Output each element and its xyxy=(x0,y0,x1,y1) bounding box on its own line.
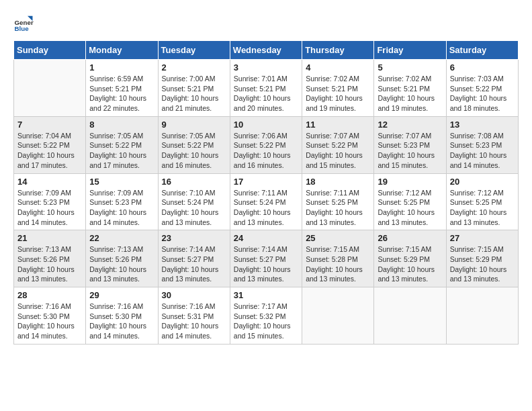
calendar-cell: 9Sunrise: 7:05 AM Sunset: 5:22 PM Daylig… xyxy=(158,116,230,173)
calendar-cell: 7Sunrise: 7:04 AM Sunset: 5:22 PM Daylig… xyxy=(14,116,86,173)
weekday-header-saturday: Saturday xyxy=(446,41,518,60)
day-info: Sunrise: 7:04 AM Sunset: 5:22 PM Dayligh… xyxy=(17,131,82,171)
day-number: 10 xyxy=(234,120,298,130)
calendar-cell: 2Sunrise: 7:00 AM Sunset: 5:21 PM Daylig… xyxy=(158,60,230,117)
weekday-header-tuesday: Tuesday xyxy=(158,41,230,60)
day-number: 8 xyxy=(89,120,154,130)
day-info: Sunrise: 7:12 AM Sunset: 5:25 PM Dayligh… xyxy=(450,188,515,228)
day-info: Sunrise: 7:06 AM Sunset: 5:22 PM Dayligh… xyxy=(234,131,298,171)
calendar-cell xyxy=(374,287,446,345)
day-number: 24 xyxy=(234,233,298,243)
calendar-cell: 22Sunrise: 7:13 AM Sunset: 5:26 PM Dayli… xyxy=(86,230,158,287)
calendar-cell: 8Sunrise: 7:05 AM Sunset: 5:22 PM Daylig… xyxy=(86,116,158,173)
day-number: 31 xyxy=(234,290,298,300)
calendar-cell: 23Sunrise: 7:14 AM Sunset: 5:27 PM Dayli… xyxy=(158,230,230,287)
calendar-cell: 25Sunrise: 7:15 AM Sunset: 5:28 PM Dayli… xyxy=(302,230,374,287)
day-info: Sunrise: 7:16 AM Sunset: 5:30 PM Dayligh… xyxy=(17,302,82,341)
day-number: 29 xyxy=(89,290,154,300)
day-number: 3 xyxy=(234,62,298,73)
week-row-1: 1Sunrise: 6:59 AM Sunset: 5:21 PM Daylig… xyxy=(14,60,519,117)
day-info: Sunrise: 7:01 AM Sunset: 5:21 PM Dayligh… xyxy=(234,74,298,113)
day-number: 19 xyxy=(378,177,442,187)
weekday-header-row: SundayMondayTuesdayWednesdayThursdayFrid… xyxy=(14,41,519,60)
day-info: Sunrise: 7:11 AM Sunset: 5:25 PM Dayligh… xyxy=(306,188,370,228)
day-info: Sunrise: 7:05 AM Sunset: 5:22 PM Dayligh… xyxy=(89,131,154,171)
calendar-cell: 4Sunrise: 7:02 AM Sunset: 5:21 PM Daylig… xyxy=(302,60,374,117)
day-number: 17 xyxy=(234,177,298,187)
day-number: 2 xyxy=(162,62,226,73)
day-number: 21 xyxy=(17,233,82,243)
day-info: Sunrise: 7:09 AM Sunset: 5:23 PM Dayligh… xyxy=(89,188,154,228)
day-number: 20 xyxy=(450,177,515,187)
calendar-cell: 28Sunrise: 7:16 AM Sunset: 5:30 PM Dayli… xyxy=(14,287,86,345)
weekday-header-friday: Friday xyxy=(374,41,446,60)
day-number: 7 xyxy=(17,120,82,130)
day-info: Sunrise: 7:16 AM Sunset: 5:31 PM Dayligh… xyxy=(162,302,226,341)
day-number: 27 xyxy=(450,233,515,243)
day-info: Sunrise: 7:10 AM Sunset: 5:24 PM Dayligh… xyxy=(162,188,226,228)
logo-icon: General Blue xyxy=(13,13,34,34)
day-number: 13 xyxy=(450,120,515,130)
calendar-cell: 18Sunrise: 7:11 AM Sunset: 5:25 PM Dayli… xyxy=(302,173,374,230)
day-info: Sunrise: 7:07 AM Sunset: 5:23 PM Dayligh… xyxy=(378,131,442,171)
calendar-cell: 13Sunrise: 7:08 AM Sunset: 5:23 PM Dayli… xyxy=(446,116,518,173)
day-info: Sunrise: 7:11 AM Sunset: 5:24 PM Dayligh… xyxy=(234,188,298,228)
calendar-cell: 21Sunrise: 7:13 AM Sunset: 5:26 PM Dayli… xyxy=(14,230,86,287)
week-row-3: 14Sunrise: 7:09 AM Sunset: 5:23 PM Dayli… xyxy=(14,173,519,230)
day-info: Sunrise: 7:13 AM Sunset: 5:26 PM Dayligh… xyxy=(89,244,154,284)
day-info: Sunrise: 7:15 AM Sunset: 5:29 PM Dayligh… xyxy=(450,244,515,284)
day-number: 16 xyxy=(162,177,226,187)
calendar-cell: 31Sunrise: 7:17 AM Sunset: 5:32 PM Dayli… xyxy=(230,287,302,345)
day-number: 26 xyxy=(378,233,442,243)
day-number: 28 xyxy=(17,290,82,300)
day-info: Sunrise: 7:02 AM Sunset: 5:21 PM Dayligh… xyxy=(306,74,370,113)
logo: General Blue xyxy=(13,13,35,34)
calendar-table: SundayMondayTuesdayWednesdayThursdayFrid… xyxy=(13,40,519,345)
day-number: 9 xyxy=(162,120,226,130)
day-number: 6 xyxy=(450,62,515,73)
day-number: 18 xyxy=(306,177,370,187)
day-info: Sunrise: 7:17 AM Sunset: 5:32 PM Dayligh… xyxy=(234,302,298,341)
day-info: Sunrise: 7:02 AM Sunset: 5:21 PM Dayligh… xyxy=(378,74,442,113)
day-number: 15 xyxy=(89,177,154,187)
calendar-cell: 19Sunrise: 7:12 AM Sunset: 5:25 PM Dayli… xyxy=(374,173,446,230)
calendar-cell: 29Sunrise: 7:16 AM Sunset: 5:30 PM Dayli… xyxy=(86,287,158,345)
day-info: Sunrise: 7:13 AM Sunset: 5:26 PM Dayligh… xyxy=(17,244,82,284)
day-info: Sunrise: 7:00 AM Sunset: 5:21 PM Dayligh… xyxy=(162,74,226,113)
calendar-cell: 16Sunrise: 7:10 AM Sunset: 5:24 PM Dayli… xyxy=(158,173,230,230)
week-row-2: 7Sunrise: 7:04 AM Sunset: 5:22 PM Daylig… xyxy=(14,116,519,173)
day-info: Sunrise: 7:14 AM Sunset: 5:27 PM Dayligh… xyxy=(234,244,298,284)
day-info: Sunrise: 7:15 AM Sunset: 5:28 PM Dayligh… xyxy=(306,244,370,284)
day-number: 12 xyxy=(378,120,442,130)
svg-text:Blue: Blue xyxy=(15,25,30,32)
calendar-cell: 11Sunrise: 7:07 AM Sunset: 5:22 PM Dayli… xyxy=(302,116,374,173)
day-info: Sunrise: 7:15 AM Sunset: 5:29 PM Dayligh… xyxy=(378,244,442,284)
calendar-cell: 14Sunrise: 7:09 AM Sunset: 5:23 PM Dayli… xyxy=(14,173,86,230)
week-row-4: 21Sunrise: 7:13 AM Sunset: 5:26 PM Dayli… xyxy=(14,230,519,287)
day-info: Sunrise: 7:08 AM Sunset: 5:23 PM Dayligh… xyxy=(450,131,515,171)
day-info: Sunrise: 7:09 AM Sunset: 5:23 PM Dayligh… xyxy=(17,188,82,228)
day-number: 22 xyxy=(89,233,154,243)
day-number: 11 xyxy=(306,120,370,130)
calendar-cell: 10Sunrise: 7:06 AM Sunset: 5:22 PM Dayli… xyxy=(230,116,302,173)
calendar-cell: 3Sunrise: 7:01 AM Sunset: 5:21 PM Daylig… xyxy=(230,60,302,117)
weekday-header-monday: Monday xyxy=(86,41,158,60)
calendar-cell: 1Sunrise: 6:59 AM Sunset: 5:21 PM Daylig… xyxy=(86,60,158,117)
page-header: General Blue xyxy=(13,13,519,34)
calendar-cell xyxy=(302,287,374,345)
calendar-cell: 27Sunrise: 7:15 AM Sunset: 5:29 PM Dayli… xyxy=(446,230,518,287)
day-info: Sunrise: 7:03 AM Sunset: 5:22 PM Dayligh… xyxy=(450,74,515,113)
calendar-cell: 12Sunrise: 7:07 AM Sunset: 5:23 PM Dayli… xyxy=(374,116,446,173)
day-number: 23 xyxy=(162,233,226,243)
calendar-cell xyxy=(446,287,518,345)
calendar-cell: 26Sunrise: 7:15 AM Sunset: 5:29 PM Dayli… xyxy=(374,230,446,287)
day-number: 30 xyxy=(162,290,226,300)
day-number: 14 xyxy=(17,177,82,187)
calendar-cell: 17Sunrise: 7:11 AM Sunset: 5:24 PM Dayli… xyxy=(230,173,302,230)
calendar-cell: 5Sunrise: 7:02 AM Sunset: 5:21 PM Daylig… xyxy=(374,60,446,117)
day-number: 25 xyxy=(306,233,370,243)
day-info: Sunrise: 7:05 AM Sunset: 5:22 PM Dayligh… xyxy=(162,131,226,171)
day-info: Sunrise: 7:12 AM Sunset: 5:25 PM Dayligh… xyxy=(378,188,442,228)
weekday-header-sunday: Sunday xyxy=(14,41,86,60)
calendar-cell: 15Sunrise: 7:09 AM Sunset: 5:23 PM Dayli… xyxy=(86,173,158,230)
